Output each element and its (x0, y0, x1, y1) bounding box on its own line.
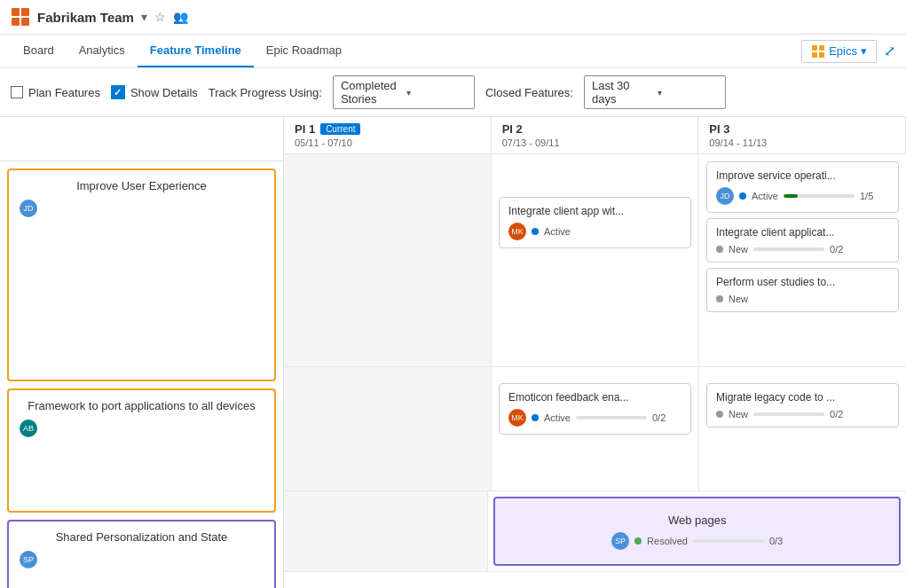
completed-stories-value: Completed Stories (341, 79, 401, 106)
status-label-new-2: New (729, 294, 748, 304)
pi2-dates: 07/13 - 09/11 (502, 137, 688, 148)
feature-card-integrate-client-app-meta: New 0/2 (716, 244, 889, 255)
person-icon[interactable]: 👥 (173, 10, 188, 24)
dropdown-icon[interactable]: ▾ (141, 10, 147, 24)
feature-card-integrate-client-app[interactable]: Integrate client applicat... New 0/2 (706, 218, 899, 263)
pi1-header-top: PI 1 Current (295, 122, 480, 136)
epic-row-1: Improve User Experience JD (7, 169, 276, 381)
status-label-active-3: Active (544, 412, 571, 423)
app-icon (11, 7, 30, 27)
status-dot-resolved (634, 537, 642, 545)
timeline-header: PI 1 Current 05/11 - 07/10 PI 2 07/13 - … (284, 117, 906, 154)
closed-features-label: Closed Features: (485, 86, 573, 99)
epics-panel: Improve User Experience JD Framework to … (0, 117, 284, 588)
feature-card-emoticon[interactable]: Emoticon feedback ena... MK Active 0/2 (499, 383, 691, 435)
avatar-epic-1: JD (20, 200, 37, 217)
status-dot-new-1 (716, 246, 723, 253)
feature-card-integrate-client-app-title: Integrate client applicat... (716, 226, 889, 239)
pi-header-3: PI 3 09/14 - 11/13 (698, 117, 906, 153)
feature-card-improve-service-meta: JD Active 1/5 (716, 187, 889, 205)
plan-features-checkbox[interactable] (11, 86, 23, 98)
avatar-epic-3: SP (20, 551, 37, 568)
feature-card-integrate-client[interactable]: Integrate client app wit... MK Active (499, 197, 691, 248)
svg-rect-6 (812, 52, 817, 58)
status-label-resolved: Resolved (647, 536, 688, 546)
timeline-cell-1-2: Integrate client app wit... MK Active (492, 154, 699, 366)
timeline-cell-3-1 (284, 491, 488, 571)
feature-card-emoticon-meta: MK Active 0/2 (508, 409, 681, 427)
timeline-row-3: Web pages SP Resolved 0/3 (284, 491, 906, 572)
toolbar: Plan Features Show Details Track Progres… (0, 68, 906, 117)
timeline-area[interactable]: PI 1 Current 05/11 - 07/10 PI 2 07/13 - … (284, 117, 906, 588)
status-dot-active-1 (532, 228, 539, 235)
feature-card-improve-service[interactable]: Improve service operati... JD Active 1/5 (706, 161, 899, 213)
timeline-cell-2-2: Emoticon feedback ena... MK Active 0/2 (492, 367, 699, 490)
plan-features-label: Plan Features (28, 86, 100, 99)
pi1-current-badge: Current (320, 123, 360, 135)
feature-card-improve-service-title: Improve service operati... (716, 169, 889, 182)
timeline-row-1: Integrate client app wit... MK Active Im… (284, 154, 906, 367)
pi1-dates: 05/11 - 07/10 (295, 137, 480, 148)
epics-button[interactable]: Epics ▾ (801, 40, 877, 63)
team-name[interactable]: Fabrikam Team (37, 10, 134, 25)
status-label-new-1: New (729, 244, 748, 255)
pi3-dates: 09/14 - 11/13 (709, 137, 894, 148)
epic-row-2: Framework to port applications to all de… (7, 388, 276, 513)
timeline-cell-2-1 (284, 367, 492, 490)
tab-analytics[interactable]: Analytics (67, 35, 138, 67)
expand-icon[interactable]: ⤢ (884, 43, 895, 59)
status-label-active-1: Active (544, 226, 571, 237)
epic-row-3: Shared Personalization and State SP (7, 520, 276, 588)
progress-count-web-pages: 0/3 (769, 536, 783, 546)
progress-count-integrate-client-app: 0/2 (830, 244, 843, 255)
progress-bar-integrate-client-app (753, 247, 824, 251)
epic-title-2: Framework to port applications to all de… (20, 399, 264, 412)
show-details-label: Show Details (130, 86, 198, 99)
status-label-new-3: New (729, 409, 748, 419)
plan-features-item: Plan Features (11, 86, 100, 99)
epics-label: Epics (829, 44, 857, 58)
feature-card-migrate-legacy[interactable]: Migrate legacy code to ... New 0/2 (706, 383, 899, 427)
progress-count-emoticon: 0/2 (652, 412, 666, 423)
star-icon[interactable]: ☆ (154, 10, 166, 24)
tab-feature-timeline[interactable]: Feature Timeline (138, 35, 254, 67)
feature-card-perform-user-studies[interactable]: Perform user studies to... New (706, 268, 899, 312)
tab-board[interactable]: Board (11, 35, 67, 67)
feature-card-web-pages[interactable]: Web pages SP Resolved 0/3 (493, 497, 901, 566)
web-pages-meta: SP Resolved 0/3 (508, 532, 886, 550)
svg-rect-0 (12, 8, 20, 16)
progress-count-migrate-legacy: 0/2 (830, 409, 843, 419)
avatar-feature-1: MK (508, 223, 526, 240)
main-content: Improve User Experience JD Framework to … (0, 117, 906, 588)
completed-stories-select[interactable]: Completed Stories ▾ (333, 75, 475, 109)
pi-header-2: PI 2 07/13 - 09/11 (492, 117, 699, 153)
timeline-cell-2-3: Migrate legacy code to ... New 0/2 (699, 367, 906, 490)
svg-rect-5 (819, 45, 824, 51)
epics-chevron: ▾ (861, 44, 867, 58)
timeline-row-2: Emoticon feedback ena... MK Active 0/2 (284, 367, 906, 491)
feature-card-migrate-legacy-title: Migrate legacy code to ... (716, 391, 889, 404)
show-details-checkbox[interactable] (111, 85, 125, 99)
pi1-label: PI 1 (295, 122, 315, 136)
web-pages-title: Web pages (508, 514, 886, 527)
epic-title-1: Improve User Experience (20, 179, 264, 192)
pi3-label: PI 3 (709, 122, 729, 136)
svg-rect-1 (21, 8, 29, 16)
avatar-web-pages: SP (611, 532, 629, 550)
avatar-epic-2: AB (20, 419, 37, 437)
avatar-feature-2: JD (716, 187, 734, 205)
feature-card-perform-user-studies-meta: New (716, 294, 889, 304)
pi2-label: PI 2 (502, 122, 523, 136)
progress-bar-migrate-legacy (753, 412, 824, 416)
feature-card-migrate-legacy-meta: New 0/2 (716, 409, 889, 419)
last-30-days-chevron: ▾ (658, 88, 718, 98)
feature-card-integrate-client-title: Integrate client app wit... (508, 205, 681, 217)
tab-epic-roadmap[interactable]: Epic Roadmap (254, 35, 354, 67)
status-label-active-2: Active (752, 191, 778, 201)
nav-right: Epics ▾ ⤢ (801, 40, 895, 63)
nav-tabs: Board Analytics Feature Timeline Epic Ro… (0, 35, 906, 68)
progress-bar-web-pages (693, 539, 764, 543)
svg-rect-4 (812, 45, 817, 51)
feature-card-emoticon-title: Emoticon feedback ena... (508, 391, 681, 404)
last-30-days-select[interactable]: Last 30 days ▾ (584, 75, 726, 109)
